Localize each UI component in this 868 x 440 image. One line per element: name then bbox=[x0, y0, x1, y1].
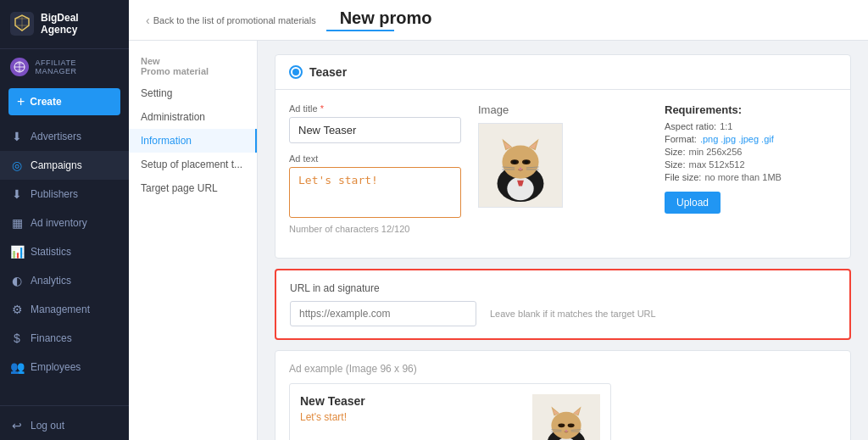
svg-point-17 bbox=[524, 160, 528, 164]
card-body: Ad title * Ad text Number of characters … bbox=[275, 90, 850, 258]
logout-icon: ↩ bbox=[10, 419, 24, 432]
image-label: Image bbox=[478, 103, 648, 116]
logo-name-line1: BigDeal bbox=[41, 12, 79, 24]
req-aspect: Aspect ratio: 1:1 bbox=[665, 121, 837, 131]
back-arrow-icon: ‹ bbox=[146, 14, 150, 27]
req-file-size: File size: no more than 1MB bbox=[665, 172, 837, 182]
ad-preview: New Teaser Let's start! bbox=[289, 383, 611, 440]
sidebar-item-management[interactable]: ⚙ Management bbox=[0, 295, 129, 324]
logo: BigDeal Agency bbox=[0, 0, 129, 49]
url-input[interactable] bbox=[290, 301, 476, 326]
campaigns-icon: ◎ bbox=[10, 159, 24, 172]
url-hint: Leave blank if it matches the target URL bbox=[490, 309, 656, 319]
url-label: URL in ad signature bbox=[290, 282, 836, 294]
ad-example-title: Ad example (Image 96 x 96) bbox=[289, 363, 837, 375]
sidebar-item-employees[interactable]: 👥 Employees bbox=[0, 353, 129, 382]
advertisers-icon: ⬇ bbox=[10, 130, 24, 143]
teaser-label: Teaser bbox=[309, 65, 347, 79]
svg-point-28 bbox=[551, 412, 581, 439]
sidebar-item-logout[interactable]: ↩ Log out bbox=[0, 411, 129, 440]
ad-preview-name: New Teaser bbox=[300, 394, 524, 408]
card-header: Teaser bbox=[275, 55, 850, 90]
req-title: Requirements: bbox=[665, 103, 837, 116]
req-size-max: Size: max 512x512 bbox=[665, 159, 837, 170]
role-label: AFFILIATE MANAGER bbox=[36, 58, 119, 75]
ad-preview-text: Let's start! bbox=[300, 411, 524, 423]
teaser-radio[interactable] bbox=[289, 65, 303, 79]
main-area: ‹ Back to the list of promotional materi… bbox=[129, 0, 868, 440]
req-format: Format: .png .jpg .jpeg .gif bbox=[665, 134, 837, 144]
svg-point-9 bbox=[502, 145, 538, 178]
employees-icon: 👥 bbox=[10, 360, 24, 374]
sidebar-item-analytics[interactable]: ◐ Analytics bbox=[0, 266, 129, 295]
finances-icon: $ bbox=[10, 331, 24, 345]
ad-title-group: Ad title * bbox=[289, 103, 461, 143]
top-header: ‹ Back to the list of promotional materi… bbox=[129, 0, 868, 41]
char-count: Number of characters 12/120 bbox=[289, 224, 461, 234]
content-area: NewPromo material Setting Administration… bbox=[129, 41, 868, 440]
ad-example-card: Ad example (Image 96 x 96) New Teaser Le… bbox=[275, 350, 851, 440]
upload-button[interactable]: Upload bbox=[665, 192, 721, 214]
sidebar-item-statistics[interactable]: 📊 Statistics bbox=[0, 237, 129, 266]
form-fields: Ad title * Ad text Number of characters … bbox=[289, 103, 461, 244]
svg-point-34 bbox=[568, 423, 575, 427]
sub-nav-information[interactable]: Information bbox=[129, 129, 257, 153]
page-title: New promo bbox=[340, 8, 432, 28]
logo-name-line2: Agency bbox=[41, 24, 79, 36]
sub-nav-target-page-url[interactable]: Target page URL bbox=[129, 176, 257, 200]
ad-text-input[interactable] bbox=[289, 167, 461, 218]
req-size-min: Size: min 256x256 bbox=[665, 147, 837, 157]
sidebar-item-publishers[interactable]: ⬇ Publishers bbox=[0, 180, 129, 209]
ad-title-input[interactable] bbox=[289, 117, 461, 143]
back-link[interactable]: ‹ Back to the list of promotional materi… bbox=[146, 14, 316, 27]
form-area: Teaser Ad title * Ad text bbox=[258, 41, 868, 440]
url-row: Leave blank if it matches the target URL bbox=[290, 301, 836, 326]
ad-title-label: Ad title * bbox=[289, 103, 461, 114]
sidebar-item-ad-inventory[interactable]: ▦ Ad inventory bbox=[0, 209, 129, 237]
management-icon: ⚙ bbox=[10, 303, 24, 316]
sidebar-item-campaigns[interactable]: ◎ Campaigns bbox=[0, 151, 129, 180]
required-star: * bbox=[320, 103, 324, 114]
sub-nav-setup-placement[interactable]: Setup of placement t... bbox=[129, 153, 257, 176]
ad-example-size: (Image 96 x 96) bbox=[346, 363, 417, 375]
svg-point-24 bbox=[519, 181, 522, 185]
url-card: URL in ad signature Leave blank if it ma… bbox=[275, 269, 851, 340]
create-button[interactable]: + Create bbox=[8, 88, 120, 115]
page-title-underline bbox=[326, 30, 394, 31]
statistics-icon: 📊 bbox=[10, 245, 24, 259]
requirements-section: Requirements: Aspect ratio: 1:1 Format: … bbox=[665, 103, 837, 244]
ad-text-group: Ad text Number of characters 12/120 bbox=[289, 153, 461, 234]
sub-nav-administration[interactable]: Administration bbox=[129, 105, 257, 129]
ad-preview-image bbox=[532, 394, 600, 440]
sidebar-item-advertisers[interactable]: ⬇ Advertisers bbox=[0, 122, 129, 151]
cat-image bbox=[479, 123, 562, 208]
image-preview bbox=[478, 123, 563, 208]
ad-inventory-icon: ▦ bbox=[10, 216, 24, 230]
image-section: Image bbox=[478, 103, 648, 244]
publishers-icon: ⬇ bbox=[10, 187, 24, 201]
role-area: AFFILIATE MANAGER bbox=[0, 49, 129, 85]
svg-point-16 bbox=[513, 160, 517, 164]
sub-nav-setting[interactable]: Setting bbox=[129, 81, 257, 105]
teaser-card: Teaser Ad title * Ad text bbox=[275, 54, 851, 259]
sidebar-item-finances[interactable]: $ Finances bbox=[0, 324, 129, 353]
sub-nav: NewPromo material Setting Administration… bbox=[129, 41, 258, 440]
sidebar: BigDeal Agency AFFILIATE MANAGER + Creat… bbox=[0, 0, 129, 440]
ad-text-label: Ad text bbox=[289, 153, 461, 164]
svg-point-33 bbox=[558, 423, 565, 427]
analytics-icon: ◐ bbox=[10, 274, 24, 287]
role-icon bbox=[10, 58, 29, 76]
logo-icon bbox=[10, 12, 34, 36]
sub-nav-section: NewPromo material bbox=[129, 53, 257, 81]
